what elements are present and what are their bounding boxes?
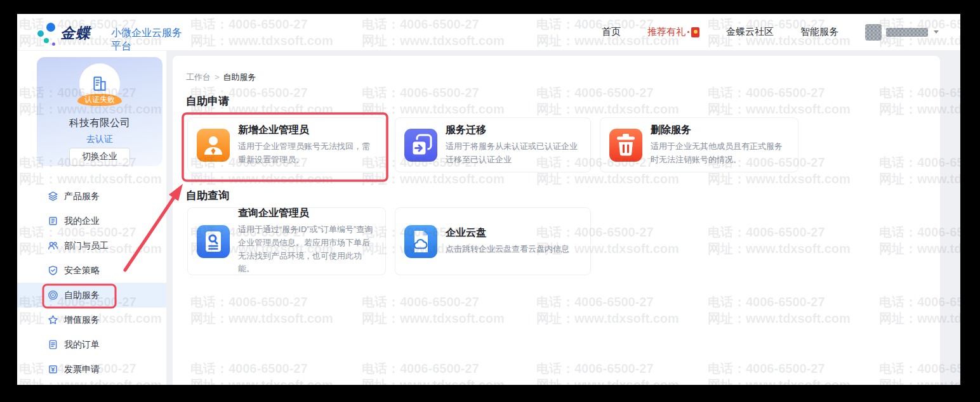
sidebar-item-label: 安全策略 — [64, 265, 100, 276]
sidebar-item-label: 发票申请 — [64, 364, 100, 375]
dot-icon — [687, 31, 689, 33]
nav-smart-service[interactable]: 智能服务 — [800, 26, 838, 38]
search-admin-icon — [197, 225, 230, 258]
card-title: 新增企业管理员 — [238, 124, 376, 137]
logo-dot-icon — [44, 38, 49, 43]
sidebar-item-my-enterprise[interactable]: 我的企业 — [17, 209, 166, 233]
orders-icon — [48, 339, 58, 350]
card-title: 服务迁移 — [446, 124, 581, 137]
company-name: 科技有限公司 — [37, 117, 162, 130]
red-envelope-icon — [691, 27, 699, 37]
card-title: 查询企业管理员 — [238, 207, 376, 220]
sidebar-item-label: 我的订单 — [64, 339, 100, 351]
sidebar-item-label: 增值服务 — [64, 314, 100, 326]
main-panel: 工作台>自助服务 自助申请 新增企业管理员 适用于企业管理员账号无法找回，需重新… — [173, 56, 940, 385]
breadcrumb-current: 自助服务 — [223, 72, 256, 82]
admin-user-icon — [197, 129, 230, 162]
cloud-disk-icon — [404, 225, 437, 258]
sidebar-item-my-orders[interactable]: 我的订单 — [17, 332, 166, 357]
trash-icon — [609, 129, 642, 162]
logo-dot-icon — [37, 30, 44, 37]
card-enterprise-cloud-disk[interactable]: 企业云盘 点击跳转企业云盘查看云盘内信息 — [395, 207, 591, 275]
breadcrumb-root[interactable]: 工作台 — [186, 72, 211, 82]
sidebar-item-label: 部门与员工 — [64, 240, 109, 252]
sidebar-item-self-service[interactable]: 自助服务 — [17, 283, 166, 308]
company-card: 认证失败 科技有限公司 去认证 切换企业 — [37, 57, 162, 166]
self-service-icon — [48, 290, 58, 301]
section-title-self-apply: 自助申请 — [186, 94, 229, 108]
sidebar-item-label: 自助服务 — [64, 290, 100, 301]
card-new-admin[interactable]: 新增企业管理员 适用于企业管理员账号无法找回，需重新设置管理员。 — [187, 117, 386, 172]
card-desc: 点击跳转企业云盘查看云盘内信息 — [446, 243, 569, 256]
username-redacted — [886, 28, 928, 37]
card-title: 删除服务 — [651, 124, 789, 137]
invoice-icon — [48, 364, 58, 375]
app-window: 金蝶 小微企业云服务平台 首页 推荐有礼 金蝶云社区 智能服务 — [17, 14, 960, 385]
switch-company-button[interactable]: 切换企业 — [69, 148, 130, 165]
top-header: 金蝶 小微企业云服务平台 首页 推荐有礼 金蝶云社区 智能服务 — [17, 14, 960, 51]
sidebar-menu: 产品服务 我的企业 部门与员工 安全策略 — [17, 184, 166, 382]
team-icon — [48, 240, 58, 251]
card-desc: 适用于将服务从未认证或已认证企业迁移至已认证企业 — [446, 140, 581, 166]
logo-dot-icon — [52, 42, 55, 46]
migrate-icon — [404, 129, 437, 162]
card-service-migration[interactable]: 服务迁移 适用于将服务从未认证或已认证企业迁移至已认证企业 — [395, 117, 591, 172]
card-query-admin[interactable]: 查询企业管理员 适用于通过“服务ID”或“订单编号”查询企业管理员信息。若应用市… — [187, 207, 386, 275]
section-title-self-query: 自助查询 — [186, 188, 229, 203]
sidebar: 认证失败 科技有限公司 去认证 切换企业 产品服务 我的企业 — [17, 51, 166, 385]
breadcrumb: 工作台>自助服务 — [186, 72, 256, 83]
breadcrumb-separator: > — [215, 72, 220, 82]
card-desc: 适用于企业管理员账号无法找回，需重新设置管理员。 — [238, 140, 376, 166]
shield-icon — [48, 265, 58, 276]
card-desc: 适用于企业无其他成员且有正式服务时无法注销账号的情况。 — [651, 140, 789, 166]
star-icon — [48, 314, 58, 325]
user-menu[interactable] — [865, 24, 939, 41]
sidebar-item-product-services[interactable]: 产品服务 — [17, 184, 166, 209]
verify-link[interactable]: 去认证 — [37, 134, 162, 145]
nav-community[interactable]: 金蝶云社区 — [726, 26, 774, 38]
card-title: 企业云盘 — [446, 226, 569, 240]
enterprise-icon — [48, 216, 58, 226]
sidebar-item-label: 产品服务 — [64, 191, 100, 202]
chevron-down-icon — [934, 30, 939, 34]
platform-title: 小微企业云服务平台 — [111, 27, 186, 53]
sidebar-item-label: 我的企业 — [64, 216, 100, 227]
nav-referral-label: 推荐有礼 — [647, 26, 685, 38]
sidebar-item-security-policy[interactable]: 安全策略 — [17, 258, 166, 283]
card-desc: 适用于通过“服务ID”或“订单编号”查询企业管理员信息。若应用市场下单后无法找到… — [238, 223, 376, 275]
sidebar-item-value-added[interactable]: 增值服务 — [17, 308, 166, 332]
avatar — [865, 24, 882, 41]
sidebar-item-departments-staff[interactable]: 部门与员工 — [17, 233, 166, 258]
top-nav: 首页 推荐有礼 金蝶云社区 智能服务 — [602, 24, 960, 41]
sidebar-item-invoice-request[interactable]: 发票申请 — [17, 357, 166, 382]
nav-home[interactable]: 首页 — [602, 26, 621, 38]
layers-icon — [48, 191, 58, 202]
nav-referral[interactable]: 推荐有礼 — [647, 26, 699, 38]
logo-text: 金蝶 — [60, 23, 91, 43]
building-icon — [90, 74, 109, 93]
logo-dot-icon — [46, 23, 55, 32]
card-delete-service[interactable]: 删除服务 适用于企业无其他成员且有正式服务时无法注销账号的情况。 — [600, 117, 798, 172]
kingdee-logo: 金蝶 小微企业云服务平台 — [34, 19, 186, 46]
status-badge: 认证失败 — [77, 94, 122, 106]
